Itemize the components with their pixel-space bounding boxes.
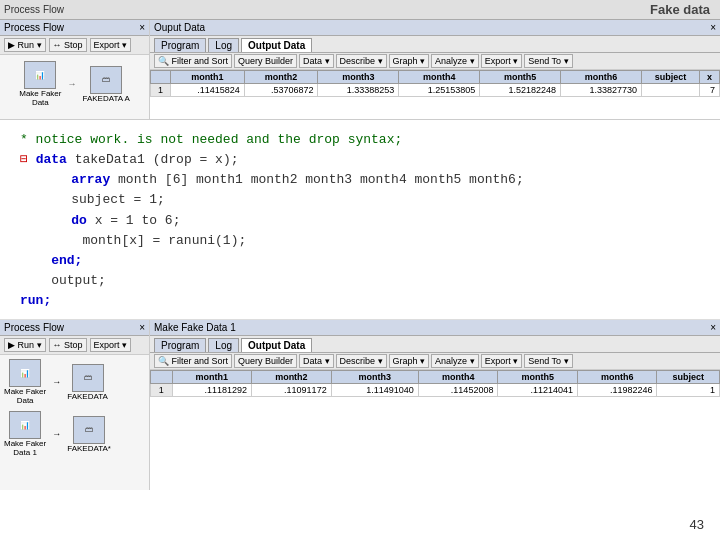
cell-month4-top: 1.25153805 xyxy=(399,84,480,97)
code-array-line: array month [6] month1 month2 month3 mon… xyxy=(20,172,524,187)
query-builder-btn-top[interactable]: Query Builder xyxy=(234,54,297,68)
col-header-month1-bottom: month1 xyxy=(172,371,252,384)
data-btn-top[interactable]: Data ▾ xyxy=(299,54,334,68)
col-header-month5-bottom: month5 xyxy=(498,371,578,384)
flow-node-make-faker-data-b2[interactable]: 📊 Make FakerData 1 xyxy=(4,411,46,457)
cell-month4-bottom: .11452008 xyxy=(418,384,498,397)
make-faker-label-b2: Make FakerData 1 xyxy=(4,439,46,457)
top-panel: Process Flow × ▶ Run ▾ ↔ Stop Export ▾ 📊… xyxy=(0,20,720,120)
col-header-month6-top: month6 xyxy=(561,71,642,84)
query-builder-btn-bottom[interactable]: Query Builder xyxy=(234,354,297,368)
fakedata-icon-b2: 🗃 xyxy=(73,416,105,444)
data-table-bottom: month1 month2 month3 month4 month5 month… xyxy=(150,370,720,490)
describe-btn-bottom[interactable]: Describe ▾ xyxy=(336,354,387,368)
data-panel-header-top: Ouput Data × xyxy=(150,20,720,36)
data-panel-top: Ouput Data × Program Log Output Data 🔍 F… xyxy=(150,20,720,119)
data-panel-title-top: Ouput Data xyxy=(154,22,205,33)
describe-btn-top[interactable]: Describe ▾ xyxy=(336,54,387,68)
flow-node-make-faker-data-b1[interactable]: 📊 Make FakerData xyxy=(4,359,46,405)
code-end-line: end; xyxy=(20,253,82,268)
run-button[interactable]: ▶ Run ▾ xyxy=(4,38,46,52)
analyze-btn-top[interactable]: Analyze ▾ xyxy=(431,54,479,68)
cell-month1-top: .11415824 xyxy=(171,84,245,97)
col-header-month4-bottom: month4 xyxy=(418,371,498,384)
export-btn-top[interactable]: Export ▾ xyxy=(481,54,523,68)
cell-month2-top: .53706872 xyxy=(244,84,318,97)
arrow-b2: → xyxy=(52,429,61,439)
fake-data-label: Fake data xyxy=(650,2,710,17)
flow-node-fakedata-b1[interactable]: 🗃 FAKEDATA xyxy=(67,364,108,401)
row-num-bottom: 1 xyxy=(151,384,173,397)
cell-month5-top: 1.52182248 xyxy=(480,84,561,97)
fakedata-icon-b1: 🗃 xyxy=(72,364,104,392)
top-window-bar: Process Flow Fake data xyxy=(0,0,720,20)
col-header-x-top: x xyxy=(699,71,719,84)
bottom-area: Process Flow × ▶ Run ▾ ↔ Stop Export ▾ 📊… xyxy=(0,320,720,490)
code-line1: ⊟ data takeData1 (drop = x); xyxy=(20,150,700,170)
bottom-data-close-icon[interactable]: × xyxy=(710,322,716,333)
filter-sort-btn-top[interactable]: 🔍 Filter and Sort xyxy=(154,54,232,68)
code-line7: output; xyxy=(20,271,700,291)
export-btn-bottom[interactable]: Export ▾ xyxy=(481,354,523,368)
flow-row-bottom-1: 📊 Make FakerData → 🗃 FAKEDATA xyxy=(4,359,145,405)
col-header-month4-top: month4 xyxy=(399,71,480,84)
fakedata-icon: 🗃 xyxy=(90,66,122,94)
process-flow-header: Process Flow × xyxy=(0,20,149,36)
bottom-data-panel-title: Make Fake Data 1 xyxy=(154,322,236,333)
tab-program-top[interactable]: Program xyxy=(154,38,206,52)
col-header-month6-bottom: month6 xyxy=(577,371,657,384)
bottom-close-icon[interactable]: × xyxy=(139,322,145,333)
fakedata-b1-label: FAKEDATA xyxy=(67,392,108,401)
bottom-stop-button[interactable]: ↔ Stop xyxy=(49,338,87,352)
code-line4: do x = 1 to 6; xyxy=(20,211,700,231)
stop-button[interactable]: ↔ Stop xyxy=(49,38,87,52)
cell-month6-top: 1.33827730 xyxy=(561,84,642,97)
flow-row-1: 📊 Make FakerData → 🗃 FAKEDATA A xyxy=(19,61,130,107)
filter-sort-btn-bottom[interactable]: 🔍 Filter and Sort xyxy=(154,354,232,368)
sendto-btn-bottom[interactable]: Send To ▾ xyxy=(524,354,572,368)
bottom-run-button[interactable]: ▶ Run ▾ xyxy=(4,338,46,352)
bottom-left-content: 📊 Make FakerData → 🗃 FAKEDATA 📊 Make Fak… xyxy=(0,355,149,461)
code-line5: month[x] = ranuni(1); xyxy=(20,231,700,251)
process-flow-content: 📊 Make FakerData → 🗃 FAKEDATA A xyxy=(0,55,149,113)
table-row-top: 1 .11415824 .53706872 1.33388253 1.25153… xyxy=(151,84,720,97)
export-button[interactable]: Export ▾ xyxy=(90,38,132,52)
graph-btn-bottom[interactable]: Graph ▾ xyxy=(389,354,430,368)
tab-log-top[interactable]: Log xyxy=(208,38,239,52)
bottom-left-panel: Process Flow × ▶ Run ▾ ↔ Stop Export ▾ 📊… xyxy=(0,320,150,490)
flow-row-bottom-2: 📊 Make FakerData 1 → 🗃 FAKEDATA* xyxy=(4,411,145,457)
flow-node-fakedata-b2[interactable]: 🗃 FAKEDATA* xyxy=(67,416,111,453)
sendto-btn-top[interactable]: Send To ▾ xyxy=(524,54,572,68)
code-line3: subject = 1; xyxy=(20,190,700,210)
flow-node-fakedata-a[interactable]: 🗃 FAKEDATA A xyxy=(82,66,129,103)
code-output-line: output; xyxy=(20,273,106,288)
data-close-icon-top[interactable]: × xyxy=(710,22,716,33)
col-header-rownum-bottom xyxy=(151,371,173,384)
col-header-subject-bottom: subject xyxy=(657,371,720,384)
flow-node-make-faker-data[interactable]: 📊 Make FakerData xyxy=(19,61,61,107)
code-subject-line: subject = 1; xyxy=(20,192,165,207)
tab-log-bottom[interactable]: Log xyxy=(208,338,239,352)
data-toolbar-top: 🔍 Filter and Sort Query Builder Data ▾ D… xyxy=(150,53,720,70)
make-faker-icon-b1: 📊 xyxy=(9,359,41,387)
bottom-export-button[interactable]: Export ▾ xyxy=(90,338,132,352)
col-header-subject-top: subject xyxy=(641,71,699,84)
graph-btn-top[interactable]: Graph ▾ xyxy=(389,54,430,68)
process-flow-toolbar: ▶ Run ▾ ↔ Stop Export ▾ xyxy=(0,36,149,55)
analyze-btn-bottom[interactable]: Analyze ▾ xyxy=(431,354,479,368)
close-icon[interactable]: × xyxy=(139,22,145,33)
cell-month1-bottom: .11181292 xyxy=(172,384,252,397)
tab-program-bottom[interactable]: Program xyxy=(154,338,206,352)
tab-output-data-bottom[interactable]: Output Data xyxy=(241,338,312,352)
code-data-name: takeData1 (drop = x); xyxy=(75,152,239,167)
col-header-rownum-top xyxy=(151,71,171,84)
make-faker-label-b1: Make FakerData xyxy=(4,387,46,405)
bottom-left-header: Process Flow × xyxy=(0,320,149,336)
data-btn-bottom[interactable]: Data ▾ xyxy=(299,354,334,368)
tab-output-data-top[interactable]: Output Data xyxy=(241,38,312,52)
cell-subject-top xyxy=(641,84,699,97)
table-row-bottom: 1 .11181292 .11091172 1.11491040 .114520… xyxy=(151,384,720,397)
bottom-right-panel: Make Fake Data 1 × Program Log Output Da… xyxy=(150,320,720,490)
code-line2: array month [6] month1 month2 month3 mon… xyxy=(20,170,700,190)
process-flow-left: Process Flow × ▶ Run ▾ ↔ Stop Export ▾ 📊… xyxy=(0,20,150,119)
